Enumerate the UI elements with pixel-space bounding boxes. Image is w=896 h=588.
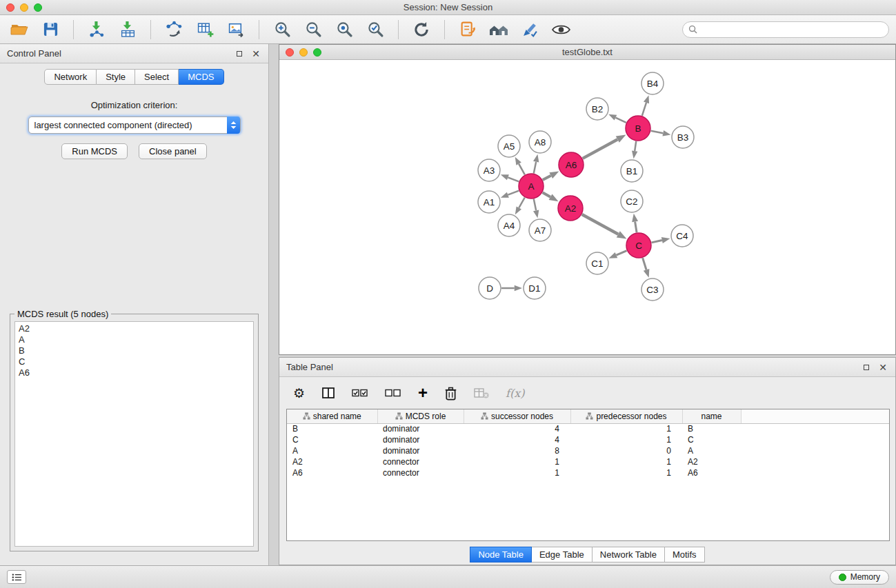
network-node[interactable]: B xyxy=(626,116,650,141)
network-edge[interactable] xyxy=(534,162,536,174)
delete-column-button[interactable] xyxy=(444,386,457,401)
table-close-button[interactable]: ✕ xyxy=(877,362,888,373)
select-all-columns-button[interactable] xyxy=(352,387,368,398)
network-edge[interactable] xyxy=(543,176,551,180)
unselect-all-columns-button[interactable] xyxy=(385,387,401,398)
network-edge[interactable] xyxy=(635,141,636,151)
network-canvas[interactable]: AA6A2BCA1A3A4A5A7A8B1B2B3B4C1C2C3C4DD1 xyxy=(279,60,895,354)
mcds-result-list[interactable]: A2ABCA6 xyxy=(14,321,254,547)
table-row[interactable]: A6connector11A6 xyxy=(287,467,889,478)
open-recent-button[interactable] xyxy=(455,19,480,41)
mcds-result-item[interactable]: A2 xyxy=(15,323,253,334)
zoom-out-button[interactable] xyxy=(301,19,326,41)
network-node[interactable]: A6 xyxy=(559,152,584,177)
tab-mcds[interactable]: MCDS xyxy=(179,69,223,85)
zoom-selected-button[interactable] xyxy=(363,19,388,41)
mcds-result-item[interactable]: B xyxy=(15,345,253,356)
import-network-file-button[interactable] xyxy=(84,19,109,41)
network-node[interactable]: B3 xyxy=(672,126,694,148)
search-input[interactable] xyxy=(701,24,883,34)
zoom-in-button[interactable] xyxy=(270,19,295,41)
mcds-result-item[interactable]: A xyxy=(15,334,253,345)
column-header-shared-name[interactable]: shared name xyxy=(287,409,377,423)
tab-style[interactable]: Style xyxy=(97,69,135,85)
network-node[interactable]: C xyxy=(626,233,651,258)
network-node[interactable]: A2 xyxy=(558,196,583,221)
tab-edge-table[interactable]: Edge Table xyxy=(532,547,593,562)
optimization-criterion-dropdown[interactable]: largest connected component (directed) xyxy=(28,116,241,134)
network-edge[interactable] xyxy=(543,192,550,196)
mcds-result-item[interactable]: A6 xyxy=(15,367,253,378)
float-panel-button[interactable] xyxy=(234,48,245,59)
network-edge[interactable] xyxy=(508,177,519,181)
network-node[interactable]: A3 xyxy=(478,159,500,181)
network-node[interactable]: C3 xyxy=(641,278,664,301)
show-columns-button[interactable] xyxy=(321,386,335,400)
table-settings-button[interactable]: ⚙ xyxy=(293,387,305,400)
delete-table-button[interactable] xyxy=(474,387,489,399)
table-row[interactable]: Cdominator41C xyxy=(287,434,889,445)
network-edge[interactable] xyxy=(583,139,618,159)
network-node[interactable]: B2 xyxy=(586,98,608,120)
network-edge[interactable] xyxy=(651,131,664,134)
table-row[interactable]: Adominator80A xyxy=(287,445,889,456)
tab-node-table[interactable]: Node Table xyxy=(470,547,532,562)
network-edge[interactable] xyxy=(582,214,619,234)
validate-style-button[interactable] xyxy=(517,19,542,41)
new-table-button[interactable] xyxy=(192,19,217,41)
network-node[interactable]: B4 xyxy=(641,72,664,94)
network-edge[interactable] xyxy=(519,164,525,175)
network-node[interactable]: C4 xyxy=(671,225,693,247)
close-panel-push-button[interactable]: Close panel xyxy=(139,143,207,159)
network-edge[interactable] xyxy=(508,191,519,195)
network-node[interactable]: D xyxy=(479,277,501,299)
network-edge[interactable] xyxy=(615,118,626,123)
mcds-result-item[interactable]: C xyxy=(15,356,253,367)
network-node[interactable]: A5 xyxy=(498,135,520,157)
import-table-file-button[interactable] xyxy=(115,19,140,41)
network-node[interactable]: A xyxy=(519,174,544,199)
network-node[interactable]: A8 xyxy=(529,131,551,153)
column-header-name[interactable]: name xyxy=(682,409,741,423)
tab-network[interactable]: Network xyxy=(44,69,97,85)
network-node[interactable]: A7 xyxy=(529,219,551,241)
close-panel-button[interactable]: ✕ xyxy=(250,48,261,59)
network-graph[interactable]: AA6A2BCA1A3A4A5A7A8B1B2B3B4C1C2C3C4DD1 xyxy=(279,60,895,354)
export-image-button[interactable] xyxy=(223,19,248,41)
show-graphics-details-button[interactable] xyxy=(548,19,573,41)
save-session-button[interactable] xyxy=(38,19,63,41)
column-header-predecessor-nodes[interactable]: predecessor nodes xyxy=(570,409,682,423)
network-edge[interactable] xyxy=(643,258,646,270)
table-row[interactable]: Bdominator41B xyxy=(287,423,889,434)
column-header-successor-nodes[interactable]: successor nodes xyxy=(464,409,570,423)
network-edge[interactable] xyxy=(519,198,524,208)
column-header-mcds-role[interactable]: MCDS role xyxy=(377,409,464,423)
network-node[interactable]: A4 xyxy=(498,214,520,236)
network-node[interactable]: D1 xyxy=(524,277,546,299)
network-edge[interactable] xyxy=(616,251,626,256)
network-node[interactable]: C2 xyxy=(621,190,643,212)
memory-button[interactable]: Memory xyxy=(830,570,889,585)
network-edge[interactable] xyxy=(642,103,646,116)
table-row[interactable]: A2connector11A2 xyxy=(287,456,889,467)
network-edge[interactable] xyxy=(534,199,536,211)
network-node[interactable]: B1 xyxy=(621,160,643,182)
network-edge[interactable] xyxy=(652,240,662,242)
network-node[interactable]: C1 xyxy=(586,252,608,274)
table-float-button[interactable] xyxy=(861,362,872,373)
tab-network-table[interactable]: Network Table xyxy=(593,547,665,562)
create-column-button[interactable]: + xyxy=(418,385,428,401)
home-button[interactable] xyxy=(486,19,511,41)
network-edge[interactable] xyxy=(635,222,637,233)
open-session-button[interactable] xyxy=(7,19,32,41)
zoom-fit-button[interactable] xyxy=(332,19,357,41)
control-panel: Control Panel ✕ Network Style Select MCD… xyxy=(0,44,269,565)
show-task-history-button[interactable] xyxy=(7,570,26,584)
tab-motifs[interactable]: Motifs xyxy=(665,547,705,562)
network-node[interactable]: A1 xyxy=(478,191,500,213)
tab-select[interactable]: Select xyxy=(135,69,179,85)
run-mcds-button[interactable]: Run MCDS xyxy=(61,143,128,159)
function-builder-button[interactable]: f(x) xyxy=(506,387,524,400)
apply-layout-button[interactable] xyxy=(409,19,434,41)
new-network-button[interactable] xyxy=(161,19,186,41)
